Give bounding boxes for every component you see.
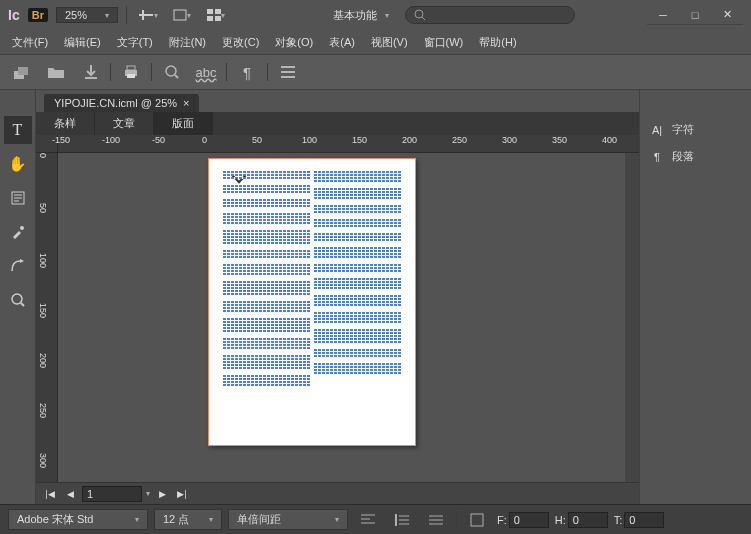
- svg-point-26: [12, 294, 22, 304]
- panel-1[interactable]: ¶段落: [640, 143, 751, 170]
- leading-select[interactable]: 单倍间距▾: [228, 509, 348, 530]
- svg-rect-3: [207, 9, 213, 14]
- svg-rect-38: [471, 514, 483, 526]
- svg-rect-12: [85, 77, 97, 79]
- panel-0[interactable]: A|字符: [640, 116, 751, 143]
- svg-rect-14: [127, 66, 135, 70]
- svg-rect-9: [14, 71, 24, 79]
- close-tab-icon[interactable]: ×: [183, 97, 189, 109]
- search-input[interactable]: [431, 9, 566, 21]
- first-page-button[interactable]: |◀: [42, 486, 58, 502]
- view-options-icon[interactable]: ▾: [135, 4, 161, 26]
- frame-icon[interactable]: [463, 506, 491, 534]
- maximize-button[interactable]: □: [679, 5, 711, 25]
- type-tool[interactable]: T: [4, 116, 32, 144]
- canvas[interactable]: [58, 153, 639, 482]
- zoom-select[interactable]: 25%▾: [56, 7, 118, 23]
- panel-icon: A|: [650, 124, 664, 136]
- chevron-down-icon: ▾: [105, 11, 109, 20]
- last-page-button[interactable]: ▶|: [174, 486, 190, 502]
- zoom-tool[interactable]: [4, 286, 32, 314]
- f-field[interactable]: F:: [497, 512, 549, 528]
- font-size-select[interactable]: 12 点▾: [154, 509, 222, 530]
- svg-rect-10: [18, 67, 28, 75]
- svg-rect-0: [139, 14, 153, 16]
- workspace-select[interactable]: 基本功能▾: [325, 6, 397, 25]
- spellcheck-icon[interactable]: abc: [192, 58, 220, 86]
- hand-tool[interactable]: ✋: [4, 150, 32, 178]
- svg-rect-18: [281, 66, 295, 68]
- indent-icon[interactable]: [388, 506, 416, 534]
- t-field[interactable]: T:: [614, 512, 665, 528]
- svg-rect-13: [125, 70, 137, 76]
- page[interactable]: [208, 158, 416, 446]
- search-icon: [414, 9, 425, 21]
- svg-line-17: [175, 75, 178, 78]
- align-left-icon[interactable]: [354, 506, 382, 534]
- arrange-icon[interactable]: ▾: [203, 4, 229, 26]
- close-button[interactable]: ✕: [711, 5, 743, 25]
- svg-rect-15: [127, 74, 135, 78]
- svg-rect-21: [12, 192, 24, 204]
- next-page-button[interactable]: ▶: [154, 486, 170, 502]
- sub-tab-1[interactable]: 文章: [95, 112, 154, 135]
- h-field[interactable]: H:: [555, 512, 608, 528]
- menu-窗口[interactable]: 窗口(W): [416, 32, 472, 53]
- stack-icon[interactable]: [8, 58, 36, 86]
- divider: [126, 6, 127, 24]
- svg-point-7: [415, 10, 423, 18]
- search-box[interactable]: [405, 6, 575, 24]
- svg-point-16: [166, 66, 176, 76]
- svg-point-25: [20, 226, 24, 230]
- minimize-button[interactable]: ─: [647, 5, 679, 25]
- menu-编辑[interactable]: 编辑(E): [56, 32, 109, 53]
- menu-附注[interactable]: 附注(N): [161, 32, 214, 53]
- menu-视图[interactable]: 视图(V): [363, 32, 416, 53]
- list-icon[interactable]: [422, 506, 450, 534]
- menu-表[interactable]: 表(A): [321, 32, 363, 53]
- sub-tab-0[interactable]: 条样: [36, 112, 95, 135]
- find-icon[interactable]: [158, 58, 186, 86]
- svg-rect-2: [174, 10, 186, 20]
- sub-tab-2[interactable]: 版面: [154, 112, 213, 135]
- svg-line-8: [422, 17, 425, 20]
- svg-line-27: [21, 303, 24, 306]
- open-icon[interactable]: [42, 58, 70, 86]
- vertical-scrollbar[interactable]: [625, 153, 639, 482]
- page-number-input[interactable]: [82, 486, 142, 502]
- svg-rect-31: [395, 514, 397, 526]
- bridge-badge[interactable]: Br: [28, 8, 48, 22]
- screen-mode-icon[interactable]: ▾: [169, 4, 195, 26]
- menu-帮助[interactable]: 帮助(H): [471, 32, 524, 53]
- measure-tool[interactable]: [4, 252, 32, 280]
- prev-page-button[interactable]: ◀: [62, 486, 78, 502]
- save-icon[interactable]: [76, 58, 104, 86]
- eyedropper-tool[interactable]: [4, 218, 32, 246]
- font-family-select[interactable]: Adobe 宋体 Std▾: [8, 509, 148, 530]
- document-tab[interactable]: YIPOJIE.CN.icml @ 25%×: [44, 94, 199, 112]
- menu-文件[interactable]: 文件(F): [4, 32, 56, 53]
- note-tool[interactable]: [4, 184, 32, 212]
- pilcrow-icon[interactable]: ¶: [233, 58, 261, 86]
- menu-更改[interactable]: 更改(C): [214, 32, 267, 53]
- app-logo: Ic: [8, 7, 20, 23]
- menu-文字[interactable]: 文字(T): [109, 32, 161, 53]
- svg-rect-20: [281, 76, 295, 78]
- print-icon[interactable]: [117, 58, 145, 86]
- menu-对象[interactable]: 对象(O): [267, 32, 321, 53]
- panel-icon: ¶: [650, 151, 664, 163]
- menu-icon[interactable]: [274, 58, 302, 86]
- svg-rect-19: [281, 71, 295, 73]
- svg-rect-5: [207, 16, 213, 21]
- svg-rect-11: [90, 65, 92, 75]
- svg-rect-1: [142, 10, 144, 20]
